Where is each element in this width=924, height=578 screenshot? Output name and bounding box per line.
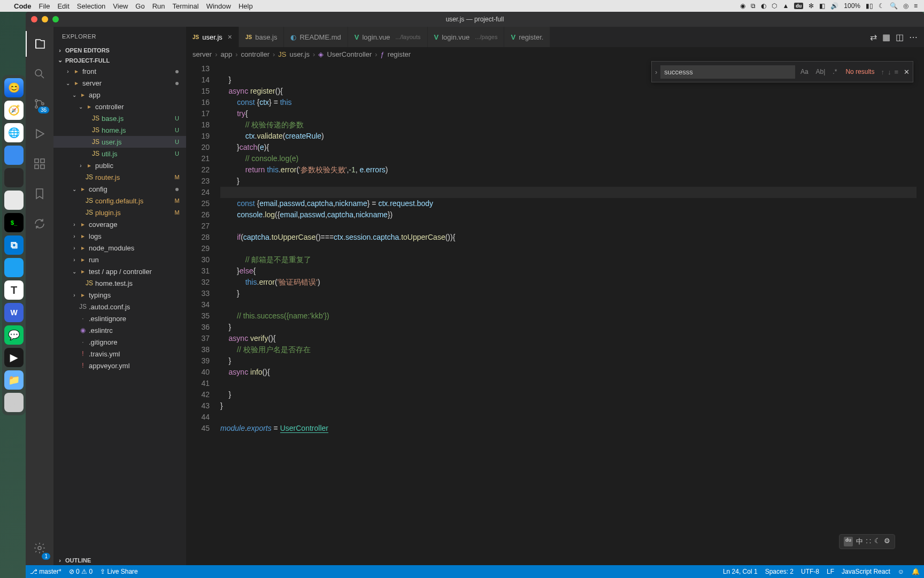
dock-app-light[interactable] xyxy=(4,191,24,210)
dock-terminal[interactable]: $_ xyxy=(4,213,24,232)
dock-chrome[interactable]: 🌐 xyxy=(4,123,24,142)
minimap[interactable] xyxy=(917,61,924,565)
window-minimize-button[interactable] xyxy=(42,16,48,22)
breadcrumb-item[interactable]: app xyxy=(220,50,232,58)
dock-app-blue2[interactable] xyxy=(4,258,24,277)
status-feedback-icon[interactable]: ☺ xyxy=(898,568,904,575)
folder-row[interactable]: ›▸front xyxy=(53,65,186,77)
status-eol[interactable]: LF xyxy=(827,568,834,575)
folder-row[interactable]: ⌄▸test / app / controller xyxy=(53,265,186,277)
status-icon[interactable]: ▲ xyxy=(782,2,789,10)
find-selection-icon[interactable]: ≡ xyxy=(894,68,898,76)
breadcrumb-item[interactable]: user.js xyxy=(290,50,310,58)
status-cursor[interactable]: Ln 24, Col 1 xyxy=(723,568,758,575)
editor-tab[interactable]: JSuser.js× xyxy=(186,27,239,47)
folder-row[interactable]: ›▸coverage xyxy=(53,218,186,230)
project-section[interactable]: ⌄ PROJECT-FULL xyxy=(53,55,186,65)
file-row[interactable]: ◉.eslintrc xyxy=(53,324,186,336)
status-language[interactable]: JavaScript React xyxy=(842,568,890,575)
folder-row[interactable]: ›▸typings xyxy=(53,289,186,301)
menu-selection[interactable]: Selection xyxy=(77,2,105,10)
breadcrumb-item[interactable]: controller xyxy=(241,50,270,58)
activity-explorer[interactable] xyxy=(26,31,53,57)
toolbar-icon[interactable]: du xyxy=(844,537,853,546)
dock-trash[interactable]: 🗑 xyxy=(4,393,24,412)
toolbar-icon[interactable]: 中 xyxy=(856,537,863,546)
menu-window[interactable]: Window xyxy=(206,2,231,10)
menu-help[interactable]: Help xyxy=(238,2,253,10)
battery-percent[interactable]: 100% xyxy=(844,2,860,10)
dock-vscode[interactable]: ⧉ xyxy=(4,235,24,255)
toolbar-settings-icon[interactable]: ⚙ xyxy=(884,537,890,546)
volume-icon[interactable]: 🔊 xyxy=(830,2,838,10)
status-encoding[interactable]: UTF-8 xyxy=(801,568,819,575)
editor-tab[interactable]: JSbase.js xyxy=(239,27,284,47)
outline-section[interactable]: › OUTLINE xyxy=(53,556,186,565)
file-row[interactable]: JSuser.jsU xyxy=(53,136,186,148)
tab-close-icon[interactable]: × xyxy=(228,33,232,41)
file-row[interactable]: JS.autod.conf.js xyxy=(53,301,186,313)
breadcrumb-item[interactable]: server xyxy=(192,50,212,58)
dock-app-dark[interactable] xyxy=(4,168,24,187)
status-indent[interactable]: Spaces: 2 xyxy=(765,568,794,575)
status-branch[interactable]: ⎇ master* xyxy=(30,568,61,575)
file-row[interactable]: JSrouter.jsM xyxy=(53,171,186,183)
activity-sync[interactable] xyxy=(26,211,53,237)
find-prev-icon[interactable]: ↑ xyxy=(881,68,884,76)
split-icon[interactable]: ◫ xyxy=(896,32,904,42)
folder-row[interactable]: ›▸logs xyxy=(53,230,186,242)
folder-row[interactable]: ›▸public xyxy=(53,159,186,171)
toolbar-icon[interactable]: ☾ xyxy=(874,537,881,546)
file-row[interactable]: JSutil.jsU xyxy=(53,148,186,159)
compare-icon[interactable]: ⇄ xyxy=(870,32,877,42)
menu-file[interactable]: File xyxy=(39,2,50,10)
activity-run-debug[interactable] xyxy=(26,121,53,147)
status-icon[interactable]: du xyxy=(794,3,803,9)
battery-icon[interactable]: ▮▯ xyxy=(866,2,873,10)
open-editors-section[interactable]: › OPEN EDITORS xyxy=(53,45,186,55)
dock-wps[interactable]: W xyxy=(4,303,24,322)
status-bell-icon[interactable]: 🔔 xyxy=(912,568,920,575)
folder-row[interactable]: ›▸node_modules xyxy=(53,242,186,254)
menubar-app-name[interactable]: Code xyxy=(14,2,32,10)
menu-edit[interactable]: Edit xyxy=(57,2,69,10)
file-row[interactable]: !.travis.yml xyxy=(53,348,186,360)
editor-tab[interactable]: Vregister. xyxy=(504,27,550,47)
toolbar-icon[interactable]: ⸬ xyxy=(866,537,871,546)
file-row[interactable]: JSbase.jsU xyxy=(53,112,186,124)
file-row[interactable]: JShome.test.js xyxy=(53,277,186,289)
dock-wechat[interactable]: 💬 xyxy=(4,325,24,345)
breadcrumbs[interactable]: server› app› controller› JS user.js› ◈ U… xyxy=(186,47,924,61)
whole-word-toggle[interactable]: Ab| xyxy=(814,67,828,77)
menu-run[interactable]: Run xyxy=(152,2,165,10)
dock-app-play[interactable]: ▶ xyxy=(4,348,24,367)
folder-row[interactable]: ⌄▸app xyxy=(53,89,186,101)
window-titlebar[interactable]: user.js — project-full xyxy=(26,12,924,27)
activity-source-control[interactable]: 36 xyxy=(26,91,53,117)
file-row[interactable]: ·.gitignore xyxy=(53,336,186,348)
file-row[interactable]: JSplugin.jsM xyxy=(53,207,186,218)
find-close-icon[interactable]: ✕ xyxy=(904,68,910,76)
status-icon[interactable]: ⬡ xyxy=(772,2,777,10)
editor-tab[interactable]: Vlogin.vue.../layouts xyxy=(348,27,428,47)
activity-extensions[interactable] xyxy=(26,151,53,177)
folder-row[interactable]: ⌄▸controller xyxy=(53,101,186,112)
dock-files[interactable]: 📁 xyxy=(4,370,24,390)
menu-go[interactable]: Go xyxy=(135,2,144,10)
folder-row[interactable]: ›▸run xyxy=(53,254,186,265)
spotlight-icon[interactable]: 🔍 xyxy=(890,2,898,10)
bluetooth-icon[interactable]: ✻ xyxy=(808,2,814,10)
match-case-toggle[interactable]: Aa xyxy=(798,67,811,77)
file-row[interactable]: JShome.jsU xyxy=(53,124,186,136)
dock-safari[interactable]: 🧭 xyxy=(4,101,24,120)
preview-icon[interactable]: ▦ xyxy=(882,32,890,42)
more-icon[interactable]: ⋯ xyxy=(909,32,918,42)
status-icon[interactable]: ◐ xyxy=(761,2,766,10)
status-icon[interactable]: ⧉ xyxy=(751,2,756,10)
code-content[interactable]: } async register(){ const {ctx} = this t… xyxy=(220,61,924,565)
file-row[interactable]: JSconfig.default.jsM xyxy=(53,195,186,207)
menu-terminal[interactable]: Terminal xyxy=(173,2,199,10)
status-live-share[interactable]: ⇪ Live Share xyxy=(100,568,138,575)
status-problems[interactable]: ⊘ 0 ⚠ 0 xyxy=(69,568,93,575)
editor-tab[interactable]: ◐README.md xyxy=(284,27,348,47)
